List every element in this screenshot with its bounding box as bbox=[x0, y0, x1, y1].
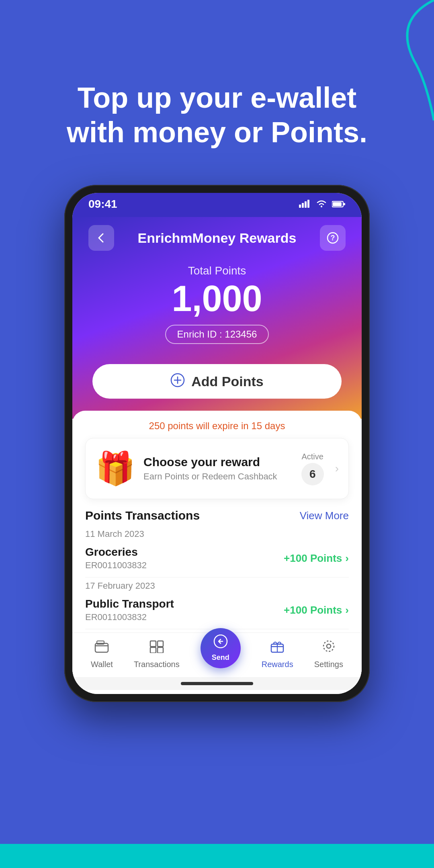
svg-rect-3 bbox=[307, 200, 309, 208]
nav-label-rewards: Rewards bbox=[262, 660, 293, 669]
rewards-subtitle: Earn Points or Redeem Cashback bbox=[143, 471, 293, 482]
transaction-info-1: Groceries ER0011003832 bbox=[85, 546, 147, 571]
svg-rect-6 bbox=[333, 202, 342, 206]
transaction-date-2: 17 February 2023 bbox=[85, 581, 349, 591]
signal-icon bbox=[299, 198, 311, 211]
help-button[interactable]: ? bbox=[320, 225, 346, 251]
phone-home-bar bbox=[72, 677, 362, 690]
send-icon bbox=[213, 635, 228, 652]
svg-rect-0 bbox=[299, 205, 301, 208]
svg-rect-7 bbox=[344, 203, 345, 205]
svg-rect-16 bbox=[158, 641, 163, 647]
bottom-teal-bar bbox=[0, 844, 434, 868]
transaction-id-2: ER0011003832 bbox=[85, 612, 174, 622]
nav-item-transactions[interactable]: Transactions bbox=[134, 640, 180, 669]
svg-point-22 bbox=[327, 644, 331, 648]
phone-mockup: 09:41 bbox=[64, 185, 370, 702]
battery-icon bbox=[332, 198, 346, 211]
nav-label-settings: Settings bbox=[314, 660, 343, 669]
transaction-id-1: ER0011003832 bbox=[85, 560, 147, 571]
transaction-group-1: 11 March 2023 Groceries ER0011003832 +10… bbox=[72, 529, 362, 577]
active-count: 6 bbox=[301, 463, 324, 485]
add-points-label: Add Points bbox=[191, 374, 263, 389]
app-header: EnrichmMoney Rewards ? Total Points 1,00… bbox=[72, 217, 362, 419]
status-icons bbox=[299, 198, 346, 211]
nav-label-wallet: Wallet bbox=[91, 660, 113, 669]
expiry-notice: 250 points will expire in 15 days bbox=[72, 411, 362, 438]
rewards-info: Choose your reward Earn Points or Redeem… bbox=[143, 455, 293, 482]
svg-rect-15 bbox=[150, 641, 156, 647]
rewards-card[interactable]: 🎁 Choose your reward Earn Points or Rede… bbox=[85, 438, 349, 499]
app-title-bar: EnrichmMoney Rewards ? bbox=[88, 225, 346, 251]
transactions-title: Points Transactions bbox=[85, 509, 200, 522]
total-points-label: Total Points bbox=[88, 264, 346, 277]
svg-rect-13 bbox=[95, 643, 108, 652]
chevron-right-icon-tx1: › bbox=[345, 552, 349, 565]
transaction-date-1: 11 March 2023 bbox=[85, 529, 349, 539]
back-button[interactable] bbox=[88, 225, 114, 251]
svg-rect-18 bbox=[158, 647, 163, 653]
table-row[interactable]: Groceries ER0011003832 +100 Points › bbox=[85, 542, 349, 577]
nav-item-settings[interactable]: Settings bbox=[314, 639, 343, 669]
nav-label-send: Send bbox=[212, 653, 229, 662]
active-badge: Active 6 bbox=[301, 452, 324, 485]
table-row[interactable]: Public Transport ER0011003832 +100 Point… bbox=[85, 594, 349, 629]
transactions-icon bbox=[149, 640, 164, 657]
rewards-icon bbox=[270, 640, 285, 657]
gift-icon: 🎁 bbox=[95, 450, 135, 487]
transaction-points-2: +100 Points › bbox=[284, 604, 349, 616]
nav-label-transactions: Transactions bbox=[134, 660, 180, 669]
transaction-info-2: Public Transport ER0011003832 bbox=[85, 598, 174, 622]
transaction-name-1: Groceries bbox=[85, 546, 147, 559]
chevron-right-icon: › bbox=[335, 462, 339, 475]
headline-line2: with money or Points. bbox=[32, 115, 402, 149]
transaction-points-1: +100 Points › bbox=[284, 552, 349, 565]
active-label: Active bbox=[301, 452, 324, 461]
view-more-link[interactable]: View More bbox=[300, 510, 349, 522]
nav-item-send[interactable]: Send bbox=[201, 628, 241, 668]
settings-icon bbox=[322, 639, 336, 657]
svg-rect-2 bbox=[305, 201, 307, 208]
chevron-right-icon-tx2: › bbox=[345, 604, 349, 616]
rewards-title: Choose your reward bbox=[143, 455, 293, 469]
home-indicator bbox=[181, 682, 253, 685]
points-value: 1,000 bbox=[88, 280, 346, 317]
bottom-nav: Wallet Transactions bbox=[72, 633, 362, 677]
nav-item-wallet[interactable]: Wallet bbox=[91, 640, 113, 669]
headline: Top up your e-wallet with money or Point… bbox=[0, 80, 434, 150]
points-section: Total Points 1,000 Enrich ID : 123456 bbox=[88, 260, 346, 364]
enrich-id-badge: Enrich ID : 123456 bbox=[165, 325, 269, 344]
add-points-icon bbox=[170, 373, 185, 390]
transaction-name-2: Public Transport bbox=[85, 598, 174, 610]
add-points-button[interactable]: Add Points bbox=[92, 364, 342, 399]
phone-screen: 09:41 bbox=[72, 193, 362, 694]
status-bar: 09:41 bbox=[72, 193, 362, 217]
wifi-icon bbox=[316, 198, 327, 211]
svg-rect-1 bbox=[302, 203, 304, 208]
nav-item-rewards[interactable]: Rewards bbox=[262, 640, 293, 669]
status-time: 09:41 bbox=[88, 198, 117, 211]
app-content: 250 points will expire in 15 days 🎁 Choo… bbox=[72, 411, 362, 694]
transactions-header: Points Transactions View More bbox=[72, 509, 362, 529]
transaction-group-2: 17 February 2023 Public Transport ER0011… bbox=[72, 581, 362, 629]
svg-point-23 bbox=[323, 641, 334, 651]
phone-outer-shell: 09:41 bbox=[64, 185, 370, 702]
app-title: EnrichmMoney Rewards bbox=[138, 230, 297, 246]
svg-text:?: ? bbox=[330, 234, 335, 242]
headline-line1: Top up your e-wallet bbox=[32, 80, 402, 115]
wallet-icon bbox=[94, 640, 109, 657]
svg-rect-17 bbox=[150, 647, 156, 653]
svg-point-4 bbox=[321, 206, 322, 207]
